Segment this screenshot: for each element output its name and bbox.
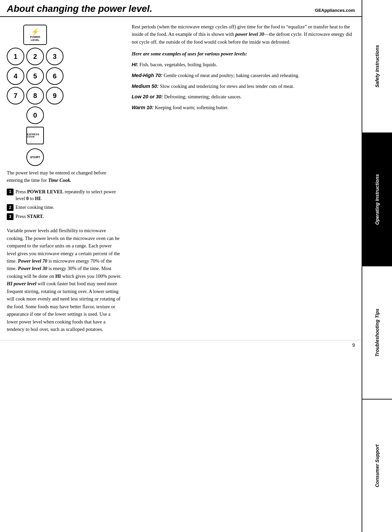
right-column: Rest periods (when the microwave energy … (132, 23, 355, 333)
page-number: 9 (352, 342, 355, 348)
step-1: 1 Press POWER LEVEL repeatedly to select… (7, 188, 122, 202)
sidebar-label-consumer: Consumer Support (374, 444, 380, 487)
step-1-text: Press POWER LEVEL repeatedly to select p… (16, 188, 122, 202)
sidebar-label-safety: Safety Instructions (374, 45, 380, 88)
page-number-area: 9 (0, 340, 362, 350)
number-grid: 1 2 3 4 5 6 7 8 9 0 (7, 48, 63, 124)
num-btn-0: 0 (26, 106, 44, 124)
num-btn-4: 4 (7, 67, 24, 85)
left-column: ⚡ POWERLEVEL 1 2 3 4 5 6 7 8 9 0 (7, 23, 122, 333)
example-low-text: Defrosting; simmering; delicate sauces. (164, 94, 242, 99)
example-med-high-text: Gentle cooking of meat and poultry; baki… (164, 73, 299, 78)
start-label: START (30, 155, 40, 159)
content-body: ⚡ POWERLEVEL 1 2 3 4 5 6 7 8 9 0 (0, 17, 362, 340)
keypad-area: ⚡ POWERLEVEL 1 2 3 4 5 6 7 8 9 0 (7, 25, 63, 166)
example-warm-label: Warm 10: (132, 105, 154, 110)
power-examples: Here are some examples of uses for vario… (132, 50, 355, 112)
num-btn-7: 7 (7, 87, 24, 104)
example-medium-text: Slow cooking and tenderizing for stews a… (160, 83, 294, 89)
example-warm-text: Keeping food warm; softening butter. (155, 105, 229, 110)
steps-area: 1 Press POWER LEVEL repeatedly to select… (7, 188, 122, 222)
sidebar-section-troubleshooting: Troubleshooting Tips (362, 266, 392, 400)
intro-text: The power level may be entered or change… (7, 169, 122, 184)
main-content: About changing the power level. GEApplia… (0, 0, 362, 532)
step-3: 3 Press START. (7, 213, 122, 220)
power-level-label: POWERLEVEL (30, 36, 40, 42)
example-medium: Medium 50: Slow cooking and tenderizing … (132, 83, 355, 90)
example-hi: HI: Fish, bacon, vegetables, boiling liq… (132, 61, 355, 69)
sidebar-label-operating: Operating Instructions (374, 174, 380, 225)
sidebar-section-safety: Safety Instructions (362, 0, 392, 133)
num-btn-9: 9 (46, 87, 63, 104)
example-low-label: Low 20 or 30: (132, 94, 163, 99)
step-2-text: Enter cooking time. (16, 204, 122, 211)
sidebar-label-troubleshooting: Troubleshooting Tips (374, 309, 380, 357)
express-cook-label: EXPRESS COOK (27, 133, 43, 138)
num-btn-5: 5 (26, 67, 44, 85)
example-hi-label: HI: (132, 62, 138, 67)
bottom-buttons: EXPRESS COOK START (26, 127, 44, 166)
start-button: START (26, 148, 44, 166)
example-hi-text: Fish, bacon, vegetables, boiling liquids… (139, 62, 217, 67)
rest-periods-text: Rest periods (when the microwave energy … (132, 23, 355, 46)
num-btn-2: 2 (26, 48, 44, 65)
page-title: About changing the power level. (7, 3, 152, 14)
examples-intro: Here are some examples of uses for vario… (132, 50, 355, 58)
page-header: About changing the power level. GEApplia… (0, 0, 362, 17)
step-2: 2 Enter cooking time. (7, 204, 122, 211)
example-med-high: Med-High 70: Gentle cooking of meat and … (132, 72, 355, 79)
variable-text: Variable power levels add flexibility to… (7, 227, 122, 333)
step-1-number: 1 (7, 189, 14, 195)
step-3-number: 3 (7, 213, 14, 220)
right-sidebar: Safety Instructions Operating Instructio… (362, 0, 392, 532)
sidebar-section-consumer: Consumer Support (362, 400, 392, 532)
step-3-text: Press START. (16, 213, 122, 220)
express-cook-button: EXPRESS COOK (26, 127, 44, 144)
example-med-high-label: Med-High 70: (132, 73, 162, 78)
time-cook-label: Time Cook. (48, 177, 71, 183)
sidebar-section-operating: Operating Instructions (362, 133, 392, 266)
site-url: GEAppliances.com (315, 8, 355, 13)
example-low: Low 20 or 30: Defrosting; simmering; del… (132, 93, 355, 101)
example-medium-label: Medium 50: (132, 83, 159, 89)
num-btn-6: 6 (46, 67, 63, 85)
power-level-button: ⚡ POWERLEVEL (23, 25, 47, 45)
example-warm: Warm 10: Keeping food warm; softening bu… (132, 104, 355, 112)
num-btn-3: 3 (46, 48, 63, 65)
step-2-number: 2 (7, 204, 14, 211)
lightning-icon: ⚡ (31, 28, 40, 36)
num-btn-8: 8 (26, 87, 44, 104)
num-btn-1: 1 (7, 48, 24, 65)
